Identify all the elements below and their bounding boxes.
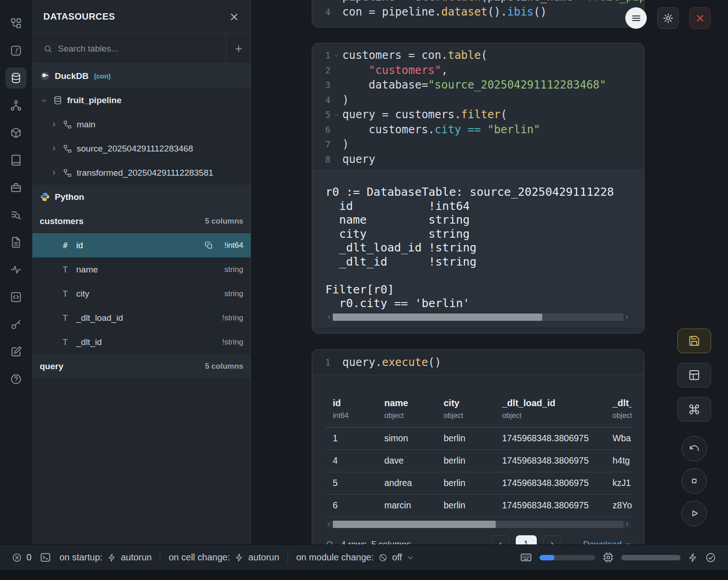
field-type: string xyxy=(224,289,243,298)
code-line[interactable]: 1customers = con.table( xyxy=(312,48,644,63)
code-line[interactable]: 6 customers.city == "berlin" xyxy=(312,122,644,137)
copy-icon[interactable] xyxy=(204,241,213,250)
column-header-city[interactable]: cityobject xyxy=(436,391,495,427)
schema-row-transformed_202504291112283581[interactable]: transformed_202504291112283581 xyxy=(32,161,251,185)
undo-button[interactable] xyxy=(681,436,707,461)
schema-row-source_202504291112283468[interactable]: source_202504291112283468 xyxy=(32,136,251,161)
database-row-fruit-pipeline[interactable]: fruit_pipeline xyxy=(32,88,251,112)
field-row-_dlt_id[interactable]: T_dlt_id!string xyxy=(32,330,251,354)
packages-icon[interactable] xyxy=(5,122,26,143)
cpu-icon[interactable] xyxy=(602,552,614,563)
on-module-change-setting[interactable]: on module change:off xyxy=(296,552,414,563)
save-button[interactable] xyxy=(677,329,711,353)
table-cell: 1745968348.3806975 xyxy=(495,450,605,472)
scratchpad-icon[interactable] xyxy=(5,204,26,225)
table-horizontal-scrollbar[interactable] xyxy=(325,521,631,528)
connection-icon[interactable] xyxy=(688,553,698,563)
settings-button[interactable] xyxy=(657,7,679,29)
table-row[interactable]: 6marcinberlin1745968348.3806975z8Yo xyxy=(325,495,632,517)
code-line[interactable]: 5query = customers.filter( xyxy=(312,107,644,122)
on-startup-setting[interactable]: on startup:autorun xyxy=(59,552,152,563)
error-indicator[interactable]: 0 xyxy=(12,552,31,563)
schema-row-main[interactable]: main xyxy=(32,112,251,136)
table-cell: andrea xyxy=(377,472,436,494)
field-type: !int64 xyxy=(224,241,243,250)
dependencies-icon[interactable] xyxy=(5,95,26,116)
bottom-strip xyxy=(0,570,728,580)
datasources-panel: DATASOURCES DuckDB (con) fruit_pipeline … xyxy=(32,0,251,580)
terminal-button[interactable] xyxy=(40,552,51,563)
scroll-right-button[interactable] xyxy=(623,521,631,528)
code-line[interactable]: 3 database="source_202504291112283468" xyxy=(312,78,644,93)
cell-query-execute[interactable]: 1query.execute() idint64nameobjectcityob… xyxy=(312,349,644,564)
column-header-_dlt_load_id[interactable]: _dlt_load_idobject xyxy=(495,391,605,427)
table-row-query[interactable]: query 5 columns xyxy=(32,354,251,378)
table-row[interactable]: 5andreaberlin1745968348.3806975kzJ1 xyxy=(325,472,632,495)
memory-meter xyxy=(539,555,595,560)
keyboard-icon[interactable] xyxy=(520,551,532,564)
code-line[interactable]: 3pipeline = dlt.attach(pipeline_name="fr… xyxy=(312,0,644,5)
table-row[interactable]: 1simonberlin1745968348.3806975Wba xyxy=(325,428,632,450)
code-line[interactable]: 1query.execute() xyxy=(312,355,644,370)
variables-icon[interactable]: f xyxy=(5,40,26,61)
line-number: 3 xyxy=(312,80,330,90)
code-line[interactable]: 4) xyxy=(312,93,644,108)
annotations-icon[interactable] xyxy=(5,341,26,362)
field-row-name[interactable]: Tnamestring xyxy=(32,257,251,282)
command-palette-button[interactable] xyxy=(677,397,711,422)
fold-icon[interactable] xyxy=(330,112,342,118)
scroll-left-button[interactable] xyxy=(325,521,333,528)
snippets-icon[interactable] xyxy=(5,287,26,308)
field-row-id[interactable]: #id!int64 xyxy=(32,233,251,257)
table-row-customers[interactable]: customers 5 columns xyxy=(32,209,251,233)
scrollbar-track[interactable] xyxy=(333,521,623,528)
on-cell-change-setting[interactable]: on cell change:autorun xyxy=(168,552,279,563)
secrets-icon[interactable] xyxy=(5,314,26,335)
slash-icon xyxy=(378,553,388,562)
scroll-left-button[interactable] xyxy=(325,314,333,321)
field-row-city[interactable]: Tcitystring xyxy=(32,282,251,306)
code-line[interactable]: 4con = pipeline.dataset().ibis() xyxy=(312,5,644,20)
shutdown-button[interactable] xyxy=(689,7,711,29)
code-line[interactable]: 2 "customers", xyxy=(312,63,644,78)
code-line[interactable]: 8query xyxy=(312,152,644,167)
cell-connection-setup[interactable]: 3pipeline = dlt.attach(pipeline_name="fr… xyxy=(312,0,644,27)
table-row[interactable]: 4daveberlin1745968348.3806975h4tg xyxy=(325,450,632,472)
panel-close-button[interactable] xyxy=(229,11,240,22)
scrollbar-thumb[interactable] xyxy=(333,314,542,321)
search-input[interactable] xyxy=(58,44,226,54)
code-line[interactable]: 7) xyxy=(312,137,644,152)
column-header-id[interactable]: idint64 xyxy=(325,391,377,427)
help-icon[interactable] xyxy=(5,369,26,390)
column-header-name[interactable]: nameobject xyxy=(377,391,436,427)
logs-icon[interactable] xyxy=(5,232,26,253)
layout-toggle-button[interactable] xyxy=(677,363,711,387)
toolbox-icon[interactable] xyxy=(5,177,26,198)
scrollbar-thumb[interactable] xyxy=(333,521,496,528)
line-number: 5 xyxy=(312,110,330,120)
field-row-_dlt_load_id[interactable]: T_dlt_load_id!string xyxy=(32,306,251,330)
table-cell: z8Yo xyxy=(605,495,632,517)
stop-button[interactable] xyxy=(681,468,707,494)
python-section-row[interactable]: Python xyxy=(32,185,251,209)
fold-icon[interactable] xyxy=(330,52,342,58)
menu-button[interactable] xyxy=(625,7,647,29)
output-horizontal-scrollbar[interactable] xyxy=(325,314,631,321)
window-controls xyxy=(625,7,711,29)
scroll-right-button[interactable] xyxy=(623,314,631,321)
datasources-icon[interactable] xyxy=(5,68,26,89)
tracing-icon[interactable] xyxy=(5,259,26,280)
database-name: fruit_pipeline xyxy=(67,95,121,105)
connection-row-duckdb[interactable]: DuckDB (con) xyxy=(32,64,251,88)
cell-query-definition[interactable]: 1customers = con.table(2 "customers",3 d… xyxy=(312,43,644,334)
add-datasource-button[interactable] xyxy=(226,34,251,64)
kernel-status-icon[interactable] xyxy=(705,552,716,563)
file-explorer-icon[interactable] xyxy=(5,13,26,34)
documentation-icon[interactable] xyxy=(5,150,26,171)
run-button[interactable] xyxy=(681,501,707,526)
schema-icon xyxy=(63,168,72,178)
column-header-_dlt_id[interactable]: _dlt_idobject xyxy=(605,391,632,427)
table-cell: simon xyxy=(377,428,436,449)
table-name: query xyxy=(40,361,63,371)
scrollbar-track[interactable] xyxy=(333,314,623,321)
